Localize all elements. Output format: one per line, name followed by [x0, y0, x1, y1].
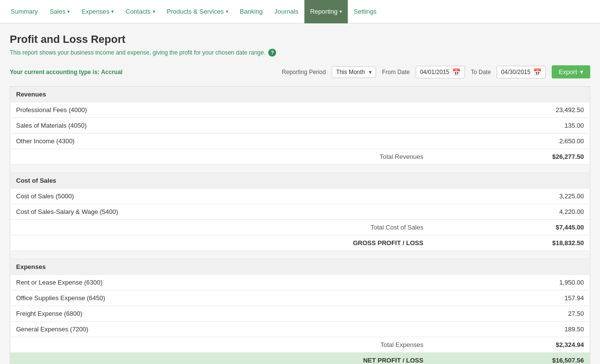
accounting-type: Your current accounting type is: Accrual — [10, 69, 276, 76]
nav-summary-label: Summary — [11, 8, 38, 15]
revenues-section-header: Revenues — [10, 87, 590, 102]
gross-profit-label: GROSS PROFIT / LOSS — [10, 235, 429, 251]
nav-reporting-arrow: ▾ — [340, 9, 342, 14]
report-table: Revenues Professional Fees (4000) 23,492… — [10, 86, 590, 364]
nav-journals[interactable]: Journals — [269, 0, 304, 23]
spacer — [10, 165, 590, 173]
from-date-label: From Date — [382, 69, 410, 76]
cost-of-sales-total-row: Total Cost of Sales $7,445.00 — [10, 220, 590, 235]
row-value: 27.50 — [429, 306, 590, 322]
gross-profit-row: GROSS PROFIT / LOSS $18,832.50 — [10, 235, 590, 251]
row-label: Sales of Materials (4050) — [10, 118, 429, 134]
export-dropdown-arrow: ▾ — [580, 68, 583, 76]
nav-expenses[interactable]: Expenses ▾ — [76, 0, 120, 23]
row-label: Cost of Sales-Salary & Wage (5400) — [10, 204, 429, 220]
reporting-period-label: Reporting Period — [282, 69, 326, 76]
nav-products-services-label: Products & Services — [167, 8, 224, 15]
row-value: 1,950.00 — [429, 275, 590, 290]
row-value: 157.94 — [429, 290, 590, 306]
main-content: Profit and Loss Report This report shows… — [0, 23, 600, 364]
nav-reporting[interactable]: Reporting ▾ — [304, 0, 348, 23]
toolbar: Your current accounting type is: Accrual… — [10, 65, 590, 78]
subtitle-text: This report shows your business income a… — [10, 49, 265, 56]
nav-products-services-arrow: ▾ — [226, 9, 228, 14]
row-label: Cost of Sales (5000) — [10, 189, 429, 204]
to-date-calendar-icon[interactable]: 📅 — [533, 68, 541, 76]
nav-summary[interactable]: Summary — [5, 0, 44, 23]
to-date-value: 04/30/2015 — [501, 69, 530, 76]
nav-contacts-label: Contacts — [125, 8, 150, 15]
spacer — [10, 251, 590, 259]
expenses-header-label: Expenses — [10, 259, 429, 275]
page-subtitle: This report shows your business income a… — [10, 49, 590, 57]
row-value: 4,220.00 — [429, 204, 590, 220]
cost-of-sales-total-value: $7,445.00 — [429, 220, 590, 235]
nav-settings[interactable]: Settings — [348, 0, 382, 23]
nav-sales-label: Sales — [50, 8, 66, 15]
nav-expenses-label: Expenses — [81, 8, 109, 15]
net-profit-label: NET PROFIT / LOSS — [10, 353, 429, 364]
row-label: Rent or Lease Expense (6300) — [10, 275, 429, 290]
period-dropdown-arrow: ▾ — [369, 69, 372, 76]
row-label: Freight Expense (6800) — [10, 306, 429, 322]
nav-reporting-label: Reporting — [310, 8, 338, 15]
gross-profit-value: $18,832.50 — [429, 235, 590, 251]
nav-expenses-arrow: ▾ — [111, 9, 114, 14]
from-date-calendar-icon[interactable]: 📅 — [452, 68, 460, 76]
nav-banking[interactable]: Banking — [234, 0, 269, 23]
cost-of-sales-total-label: Total Cost of Sales — [10, 220, 429, 235]
table-row: Other Income (4300) 2,650.00 — [10, 134, 590, 149]
to-date-input[interactable]: 04/30/2015 📅 — [497, 66, 546, 78]
row-value: 23,492.50 — [429, 102, 590, 118]
cost-of-sales-section-header: Cost of Sales — [10, 173, 590, 189]
net-profit-value: $16,507.56 — [429, 353, 590, 364]
row-label: Professional Fees (4000) — [10, 102, 429, 118]
row-label: Office Supplies Expense (6450) — [10, 290, 429, 306]
row-value: 2,650.00 — [429, 134, 590, 149]
period-select[interactable]: This Month ▾ — [332, 66, 376, 78]
to-date-label: To Date — [471, 69, 491, 76]
table-row: Rent or Lease Expense (6300) 1,950.00 — [10, 275, 590, 290]
from-date-input[interactable]: 04/01/2015 📅 — [416, 66, 465, 78]
from-date-value: 04/01/2015 — [420, 69, 449, 76]
nav-products-services[interactable]: Products & Services ▾ — [161, 0, 234, 23]
expenses-total-value: $2,324.94 — [429, 337, 590, 353]
nav-sales-arrow: ▾ — [67, 9, 70, 14]
table-row: Cost of Sales (5000) 3,225.00 — [10, 189, 590, 204]
cost-of-sales-header-label: Cost of Sales — [10, 173, 429, 189]
page-title: Profit and Loss Report — [10, 33, 590, 46]
expenses-total-row: Total Expenses $2,324.94 — [10, 337, 590, 353]
nav-contacts-arrow: ▾ — [153, 9, 155, 14]
row-label: General Expenses (7200) — [10, 322, 429, 337]
table-row: Cost of Sales-Salary & Wage (5400) 4,220… — [10, 204, 590, 220]
navigation: Summary Sales ▾ Expenses ▾ Contacts ▾ Pr… — [0, 0, 600, 23]
help-icon[interactable]: ? — [268, 49, 276, 57]
revenues-total-value: $26,277.50 — [429, 149, 590, 165]
row-value: 135.00 — [429, 118, 590, 134]
nav-contacts[interactable]: Contacts ▾ — [120, 0, 160, 23]
expenses-section-header: Expenses — [10, 259, 590, 275]
accounting-label: Your current accounting type is: — [10, 69, 100, 76]
accounting-type-value: Accrual — [101, 69, 122, 76]
revenues-total-label: Total Revenues — [10, 149, 429, 165]
row-label: Other Income (4300) — [10, 134, 429, 149]
period-value: This Month — [336, 69, 365, 76]
nav-settings-label: Settings — [354, 8, 377, 15]
table-row: Freight Expense (6800) 27.50 — [10, 306, 590, 322]
row-value: 3,225.00 — [429, 189, 590, 204]
nav-sales[interactable]: Sales ▾ — [44, 0, 76, 23]
revenues-total-row: Total Revenues $26,277.50 — [10, 149, 590, 165]
table-row: Office Supplies Expense (6450) 157.94 — [10, 290, 590, 306]
table-row: General Expenses (7200) 189.50 — [10, 322, 590, 337]
nav-banking-label: Banking — [240, 8, 263, 15]
row-value: 189.50 — [429, 322, 590, 337]
table-row: Professional Fees (4000) 23,492.50 — [10, 102, 590, 118]
expenses-total-label: Total Expenses — [10, 337, 429, 353]
table-row: Sales of Materials (4050) 135.00 — [10, 118, 590, 134]
net-profit-row: NET PROFIT / LOSS $16,507.56 — [10, 353, 590, 364]
export-button[interactable]: Export ▾ — [552, 65, 590, 78]
nav-journals-label: Journals — [275, 8, 299, 15]
revenues-header-label: Revenues — [10, 87, 429, 102]
export-label: Export — [559, 68, 577, 76]
